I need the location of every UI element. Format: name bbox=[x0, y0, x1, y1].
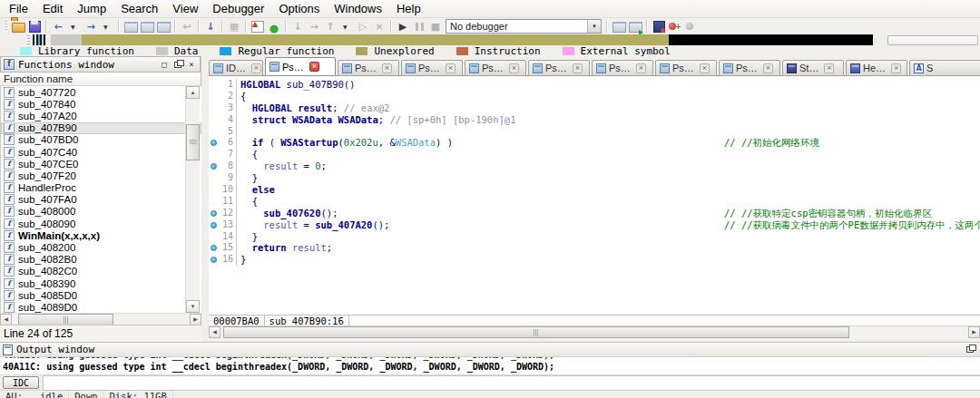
code-line[interactable]: 13 result = sub_407A20();// //获取病毒文件中的两个… bbox=[209, 219, 980, 231]
pause-process-icon[interactable] bbox=[412, 20, 426, 34]
function-list-item[interactable]: fsub_407CE0 bbox=[1, 158, 201, 170]
breakpoint-dot-icon[interactable] bbox=[209, 137, 220, 149]
close-icon[interactable]: × bbox=[573, 63, 583, 73]
save-icon[interactable] bbox=[27, 20, 42, 34]
close-icon[interactable]: × bbox=[891, 63, 901, 73]
breakpoint-dot-icon[interactable] bbox=[209, 208, 220, 219]
menu-file[interactable]: File bbox=[2, 1, 35, 16]
tab-ps[interactable]: Ps…× bbox=[401, 60, 463, 76]
chevron-down-icon[interactable]: ▼ bbox=[587, 20, 601, 33]
code-line[interactable]: 2{ bbox=[209, 91, 980, 102]
function-list-item[interactable]: fsub_4082C0 bbox=[1, 266, 201, 277]
menu-view[interactable]: View bbox=[165, 1, 205, 16]
menu-help[interactable]: Help bbox=[389, 1, 428, 16]
tab-ps[interactable]: Ps…× bbox=[465, 60, 526, 76]
menu-search[interactable]: Search bbox=[113, 1, 165, 16]
breakpoint-window-icon[interactable] bbox=[652, 20, 666, 34]
tab-id[interactable]: ID…× bbox=[209, 60, 263, 76]
function-list-item[interactable]: fsub_407BD0 bbox=[1, 134, 201, 146]
close-icon[interactable]: × bbox=[763, 63, 773, 73]
run-analysis-icon[interactable] bbox=[267, 20, 281, 34]
scroll-up-icon[interactable]: ▲ bbox=[186, 86, 200, 99]
function-list-item[interactable]: fWinMain(x,x,x,x) bbox=[1, 229, 201, 241]
step-into-icon[interactable]: ↓ bbox=[290, 20, 305, 34]
float-icon[interactable] bbox=[172, 59, 184, 71]
code-line[interactable]: 8 result = 0; bbox=[209, 160, 980, 172]
menu-options[interactable]: Options bbox=[271, 1, 327, 16]
functions-vscroll-thumb[interactable] bbox=[186, 124, 200, 160]
function-list-item[interactable]: fsub_408390 bbox=[1, 277, 201, 289]
run-to-cursor-icon[interactable]: ▷ bbox=[356, 20, 370, 34]
analysis-warning-icon[interactable] bbox=[250, 20, 265, 34]
toolbar-drag-handle[interactable] bbox=[5, 21, 7, 32]
menu-jump[interactable]: Jump bbox=[70, 1, 113, 16]
jump-segment-icon[interactable] bbox=[156, 20, 171, 34]
code-line[interactable]: 16} bbox=[209, 254, 980, 266]
maximize-icon[interactable]: □ bbox=[158, 59, 171, 71]
function-list-item[interactable]: fsub_4085D0 bbox=[1, 289, 201, 301]
debugger-options-icon[interactable] bbox=[628, 20, 642, 34]
cli-input[interactable] bbox=[43, 375, 980, 391]
code-line[interactable]: 15 return result; bbox=[209, 242, 980, 254]
navband-segment-tail[interactable] bbox=[669, 34, 873, 45]
close-icon[interactable]: × bbox=[700, 63, 710, 73]
functions-vertical-scrollbar[interactable]: ▲ ▼ bbox=[185, 86, 200, 313]
run-until-return-icon[interactable]: ↑ bbox=[323, 20, 338, 34]
breakpoint-dot-icon[interactable] bbox=[209, 254, 220, 266]
debug-caret-icon[interactable]: ▼ bbox=[339, 20, 354, 34]
jump-address-icon[interactable]: ↓ bbox=[203, 20, 218, 34]
breakpoint-delete-icon[interactable] bbox=[684, 20, 699, 34]
functions-window-titlebar[interactable]: f Functions window □ × bbox=[0, 56, 201, 73]
attach-process-icon[interactable] bbox=[612, 20, 626, 34]
open-icon[interactable] bbox=[11, 20, 25, 34]
close-icon[interactable]: × bbox=[636, 63, 646, 73]
code-line[interactable]: 9 } bbox=[209, 172, 980, 184]
function-list-item[interactable]: fsub_4089D0 bbox=[1, 301, 201, 313]
tab-ps[interactable]: Ps…× bbox=[265, 57, 336, 76]
tab-ps[interactable]: Ps…× bbox=[592, 60, 653, 76]
start-process-icon[interactable]: ▶ bbox=[396, 20, 410, 34]
float-icon[interactable] bbox=[964, 344, 976, 355]
tab-ps[interactable]: Ps…× bbox=[655, 60, 717, 76]
menu-edit[interactable]: Edit bbox=[35, 1, 70, 16]
debugger-select[interactable]: No debugger▼ bbox=[446, 19, 602, 34]
scroll-right-icon[interactable]: ▶ bbox=[968, 326, 980, 338]
close-icon[interactable]: × bbox=[446, 63, 456, 73]
output-log[interactable]: 40A11C: using guessed type int __cdecl b… bbox=[0, 357, 980, 375]
function-list-item[interactable]: fsub_408000 bbox=[1, 206, 201, 218]
code-line[interactable]: 11 { bbox=[209, 196, 980, 208]
breakpoint-add-icon[interactable] bbox=[668, 20, 682, 34]
function-list-item[interactable]: fsub_407A20 bbox=[1, 110, 201, 121]
tab-ps[interactable]: Ps…× bbox=[719, 60, 780, 76]
navband-scroll-groove[interactable] bbox=[887, 35, 978, 45]
scroll-down-icon[interactable]: ▼ bbox=[186, 300, 200, 313]
breakpoint-dot-icon[interactable] bbox=[209, 219, 220, 231]
stop-process-icon[interactable]: ■ bbox=[428, 20, 443, 34]
function-list-item[interactable]: fsub_408200 bbox=[1, 241, 201, 253]
output-window-titlebar[interactable]: Output window bbox=[0, 343, 980, 357]
pseudocode-horizontal-scrollbar[interactable]: ◀ ▶ bbox=[209, 325, 980, 339]
close-icon[interactable]: × bbox=[309, 62, 319, 72]
code-line[interactable]: 4 struct WSAData WSAData; // [sp+0h] [bp… bbox=[209, 114, 980, 126]
forward-caret-icon[interactable]: ▼ bbox=[100, 20, 114, 34]
breakpoint-dot-icon[interactable] bbox=[209, 242, 220, 254]
code-line[interactable]: 14 } bbox=[209, 231, 980, 243]
pseudocode-view[interactable]: 1HGLOBAL sub_407B90()2{3 HGLOBAL result;… bbox=[209, 76, 980, 315]
jump-named-icon[interactable] bbox=[123, 20, 138, 34]
code-line[interactable]: 10 else bbox=[209, 184, 980, 196]
close-icon[interactable]: × bbox=[382, 63, 392, 73]
scroll-left-icon[interactable]: ◀ bbox=[209, 326, 220, 338]
return-jump-icon[interactable]: ↩ bbox=[180, 20, 194, 34]
code-line[interactable]: 5 bbox=[209, 126, 980, 138]
function-list-item[interactable]: fsub_407F20 bbox=[1, 170, 201, 181]
breakpoint-dot-icon[interactable] bbox=[209, 160, 220, 172]
idc-button[interactable]: IDC bbox=[3, 376, 39, 389]
step-over-icon[interactable]: → bbox=[307, 20, 321, 34]
jump-function-icon[interactable] bbox=[140, 20, 154, 34]
menu-debugger[interactable]: Debugger bbox=[205, 1, 271, 16]
code-line[interactable]: 6 if ( WSAStartup(0x202u, &WSAData) )// … bbox=[209, 137, 980, 149]
close-icon[interactable]: × bbox=[251, 63, 261, 73]
cancel-debug-icon[interactable]: × bbox=[372, 20, 387, 34]
function-list-item[interactable]: fHandlerProc bbox=[1, 182, 201, 194]
close-icon[interactable]: × bbox=[509, 63, 519, 73]
